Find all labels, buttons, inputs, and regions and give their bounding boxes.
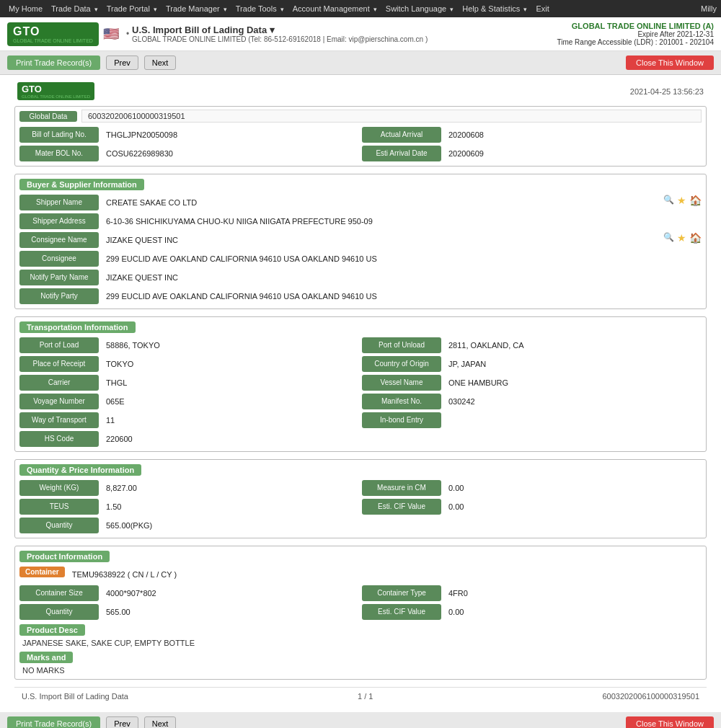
page-title: U.S. Import Bill of Lading Data ▾ — [132, 25, 428, 35]
close-window-button[interactable]: Close This Window — [626, 56, 714, 70]
notify-party-name-row: Notify Party Name JIZAKE QUEST INC — [15, 268, 706, 287]
hs-code-label: HS Code — [19, 431, 99, 447]
product-quantity-field: Quantity 565.00 — [19, 604, 359, 620]
shipper-name-label: Shipper Name — [19, 195, 99, 210]
actual-arrival-label: Actual Arrival — [362, 127, 441, 143]
quantity-price-title: Quantity & Price Information — [19, 464, 141, 476]
buyer-supplier-section: Buyer & Supplier Information Shipper Nam… — [14, 174, 707, 309]
nav-account-management[interactable]: Account Management ▾ — [288, 0, 381, 17]
way-of-transport-label: Way of Transport — [19, 412, 99, 428]
nav-switch-language[interactable]: Switch Language ▾ — [381, 0, 458, 17]
country-of-origin-label: Country of Origin — [362, 356, 441, 372]
notify-party-row: Notify Party 299 EUCLID AVE OAKLAND CALI… — [15, 287, 706, 306]
record-datetime: 2021-04-25 13:56:23 — [630, 87, 704, 96]
bottom-print-button[interactable]: Print Trade Record(s) — [7, 716, 100, 728]
consignee-house-icon[interactable]: 🏠 — [689, 232, 702, 244]
port-of-unload-value: 2811, OAKLAND, CA — [446, 337, 702, 353]
receipt-origin-row: Place of Receipt TOKYO Country of Origin… — [15, 355, 706, 373]
product-esti-cif-label: Esti. CIF Value — [362, 604, 441, 620]
esti-arrival-label: Esti Arrival Date — [362, 146, 441, 161]
esti-cif-label: Esti. CIF Value — [362, 499, 441, 515]
container-button[interactable]: Container — [19, 567, 65, 577]
shipper-star-icon[interactable]: ★ — [677, 195, 686, 206]
bottom-toolbar: Print Trade Record(s) Prev Next Close Th… — [0, 712, 721, 728]
consignee-row: Consignee 299 EUCLID AVE OAKLAND CALIFOR… — [15, 249, 706, 268]
esti-cif-value: 0.00 — [446, 499, 702, 515]
user-name: Milly — [701, 4, 717, 13]
place-of-receipt-label: Place of Receipt — [19, 356, 99, 372]
marks-label: Marks and — [19, 652, 73, 663]
esti-arrival-field: Esti Arrival Date 20200609 — [362, 146, 702, 161]
bottom-close-button[interactable]: Close This Window — [626, 716, 714, 728]
buyer-supplier-title: Buyer & Supplier Information — [19, 179, 144, 190]
record-logo-sub: GLOBAL TRADE ONLINE LIMITED — [22, 94, 90, 99]
page-header: GTO GLOBAL TRADE ONLINE LIMITED 🇺🇸 • U.S… — [0, 17, 721, 51]
container-type-label: Container Type — [362, 585, 441, 601]
esti-cif-field: Esti. CIF Value 0.00 — [362, 499, 702, 515]
main-content: GTO GLOBAL TRADE ONLINE LIMITED 2021-04-… — [0, 75, 721, 712]
product-desc-area: Product Desc JAPANESE SAKE, SAKE CUP, EM… — [15, 621, 706, 649]
container-type-value: 4FR0 — [446, 585, 702, 601]
consignee-label: Consignee — [19, 251, 99, 267]
header-title-area: U.S. Import Bill of Lading Data ▾ GLOBAL… — [132, 25, 428, 43]
consignee-star-icon[interactable]: ★ — [677, 232, 686, 244]
teus-cif-row: TEUS 1.50 Esti. CIF Value 0.00 — [15, 497, 706, 516]
actual-arrival-value: 20200608 — [446, 127, 702, 143]
bottom-next-button[interactable]: Next — [144, 716, 177, 728]
nav-trade-data[interactable]: Trade Data ▾ — [47, 0, 102, 17]
port-of-load-label: Port of Load — [19, 337, 99, 353]
expire-info: Expire After 2021-12-31 — [557, 30, 714, 38]
way-of-transport-value: 11 — [103, 412, 359, 428]
product-desc-label: Product Desc — [19, 624, 85, 636]
port-of-unload-field: Port of Unload 2811, OAKLAND, CA — [362, 337, 702, 353]
quantity-price-section: Quantity & Price Information Weight (KG)… — [14, 459, 707, 538]
nav-exit[interactable]: Exit — [531, 0, 553, 17]
shipper-name-row: Shipper Name CREATE SAKAE CO LTD 🔍 ★ 🏠 — [15, 193, 706, 212]
container-size-field: Container Size 4000*907*802 — [19, 585, 359, 601]
notify-party-value: 299 EUCLID AVE OAKLAND CALIFORNIA 94610 … — [103, 288, 702, 304]
teus-value: 1.50 — [103, 499, 359, 515]
header-right: GLOBAL TRADE ONLINE LIMITED (A) Expire A… — [557, 22, 714, 46]
mater-bol-value: COSU6226989830 — [103, 146, 359, 161]
print-button[interactable]: Print Trade Record(s) — [7, 56, 100, 70]
mater-bol-field: Mater BOL No. COSU6226989830 — [19, 146, 359, 161]
next-button[interactable]: Next — [144, 56, 177, 70]
consignee-search-icon[interactable]: 🔍 — [663, 232, 674, 242]
record-page: 1 / 1 — [358, 692, 373, 701]
esti-arrival-value: 20200609 — [446, 146, 702, 161]
product-quantity-label: Quantity — [19, 604, 99, 620]
voyage-number-field: Voyage Number 065E — [19, 394, 359, 409]
shipper-search-icon[interactable]: 🔍 — [663, 195, 674, 205]
bol-label: Bill of Lading No. — [19, 127, 99, 143]
vessel-name-value: ONE HAMBURG — [446, 375, 702, 391]
vessel-name-label: Vessel Name — [362, 375, 441, 391]
bol-field: Bill of Lading No. THGLJPN20050098 — [19, 127, 359, 143]
nav-my-home[interactable]: My Home — [4, 0, 47, 17]
weight-label: Weight (KG) — [19, 480, 99, 496]
bottom-prev-button[interactable]: Prev — [106, 716, 138, 728]
consignee-name-label: Consignee Name — [19, 232, 99, 248]
logo-sub: GLOBAL TRADE ONLINE LIMITED — [13, 38, 93, 43]
container-value: TEMU9638922 ( CN / L / CY ) — [69, 567, 702, 582]
teus-field: TEUS 1.50 — [19, 499, 359, 515]
logo-text: GTO — [13, 25, 40, 37]
product-esti-cif-field: Esti. CIF Value 0.00 — [362, 604, 702, 620]
product-section: Product Information Container TEMU963892… — [14, 546, 707, 680]
nav-help-statistics[interactable]: Help & Statistics ▾ — [458, 0, 531, 17]
product-qty-cif-row: Quantity 565.00 Esti. CIF Value 0.00 — [15, 603, 706, 621]
shipper-house-icon[interactable]: 🏠 — [689, 195, 702, 206]
in-bond-entry-field: In-bond Entry — [362, 412, 702, 428]
nav-trade-manager[interactable]: Trade Manager ▾ — [162, 0, 231, 17]
carrier-label: Carrier — [19, 375, 99, 391]
marks-value: NO MARKS — [15, 665, 706, 676]
header-subtitle: GLOBAL TRADE ONLINE LIMITED (Tel: 86-512… — [132, 35, 428, 43]
logo: GTO GLOBAL TRADE ONLINE LIMITED — [7, 22, 99, 46]
nav-trade-tools[interactable]: Trade Tools ▾ — [231, 0, 288, 17]
prev-button[interactable]: Prev — [106, 56, 138, 70]
nav-trade-portal[interactable]: Trade Portal ▾ — [102, 0, 162, 17]
shipper-address-row: Shipper Address 6-10-36 SHICHIKUYAMA CHU… — [15, 212, 706, 231]
hs-code-value: 220600 — [103, 431, 702, 447]
transportation-section: Transportation Information Port of Load … — [14, 316, 707, 452]
company-name: GLOBAL TRADE ONLINE LIMITED (A) — [557, 22, 714, 30]
record-logo: GTO — [22, 84, 42, 94]
